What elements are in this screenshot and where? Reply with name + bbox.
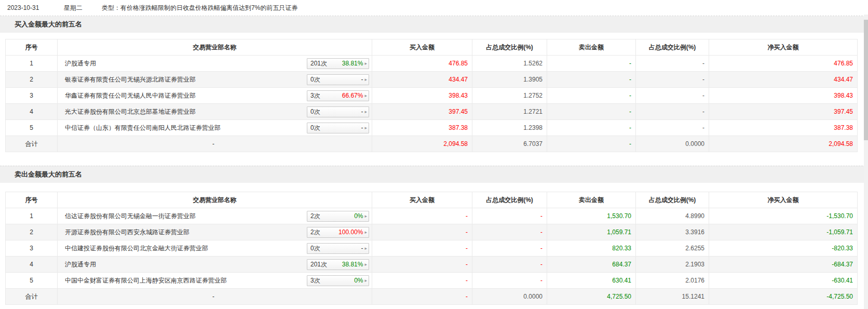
- trade-date: 2023-10-31: [7, 4, 39, 11]
- buy-ratio-cell: 1.3905: [472, 72, 547, 88]
- sell-table: 序号 交易营业部名称 买入金额 占总成交比例(%) 卖出金额 占总成交比例(%)…: [5, 192, 858, 305]
- buy-ratio-cell: -: [472, 273, 547, 289]
- caret-right-icon: ▸: [364, 260, 367, 270]
- buy-ratio-cell: 1.5262: [472, 56, 547, 72]
- success-rate: 38.81%: [327, 260, 363, 270]
- col-seq: 序号: [6, 192, 58, 208]
- appearance-count: 201次: [310, 260, 327, 270]
- vertical-scrollbar[interactable]: [864, 15, 868, 309]
- buy-amount-cell: 397.45: [372, 104, 472, 120]
- date-type-bar: 2023-10-31 星期二 类型：有价格涨跌幅限制的日收盘价格跌幅偏离值达到7…: [0, 0, 868, 16]
- row-seq: 1: [6, 208, 58, 224]
- lhb-history-badge[interactable]: 2次100.00%▸: [307, 227, 369, 238]
- lhb-history-badge[interactable]: 201次38.81%▸: [307, 259, 369, 270]
- buy-ratio-cell: 0.0000: [472, 289, 547, 305]
- lhb-history-badge[interactable]: 3次66.67%▸: [307, 90, 369, 101]
- col-seq: 序号: [6, 39, 58, 56]
- lhb-history-badge[interactable]: 3次0%▸: [307, 275, 369, 286]
- caret-right-icon: ▸: [364, 59, 367, 69]
- buy-table-header-row: 序号 交易营业部名称 买入金额 占总成交比例(%) 卖出金额 占总成交比例(%)…: [6, 39, 858, 56]
- col-sell-ratio: 占总成交比例(%): [636, 39, 709, 56]
- net-amount-cell: -630.41: [709, 273, 858, 289]
- sell-amount-cell: -: [547, 56, 636, 72]
- branch-name-cell: 沪股通专用201次38.81%▸: [58, 56, 372, 72]
- col-net-amount: 净买入金额: [709, 39, 858, 56]
- caret-right-icon: ▸: [364, 123, 367, 133]
- appearance-count: 2次: [310, 227, 320, 237]
- branch-name-cell: 华鑫证券有限责任公司无锡人民中路证券营业部3次66.67%▸: [58, 88, 372, 104]
- net-amount-cell: 398.43: [709, 88, 858, 104]
- row-seq: 4: [6, 104, 58, 120]
- sell-amount-cell: 684.37: [547, 257, 636, 273]
- table-row: 4沪股通专用201次38.81%▸--684.372.1903-684.37: [6, 257, 858, 273]
- buy-ratio-cell: -: [472, 257, 547, 273]
- branch-name-cell: 中国中金财富证券有限公司上海静安区南京西路证券营业部3次0%▸: [58, 273, 372, 289]
- buy-table-wrap: 序号 交易营业部名称 买入金额 占总成交比例(%) 卖出金额 占总成交比例(%)…: [5, 39, 863, 152]
- success-rate: 0%: [320, 211, 363, 221]
- sell-amount-cell: 4,725.50: [547, 289, 636, 305]
- table-row: 5中国中金财富证券有限公司上海静安区南京西路证券营业部3次0%▸--630.41…: [6, 273, 858, 289]
- sell-ratio-cell: 3.3916: [636, 224, 709, 240]
- col-branch-name: 交易营业部名称: [58, 39, 372, 56]
- buy-amount-cell: 398.43: [372, 88, 472, 104]
- col-buy-ratio: 占总成交比例(%): [472, 39, 547, 56]
- buy-amount-cell: 387.38: [372, 120, 472, 136]
- appearance-count: 0次: [310, 123, 320, 133]
- sell-amount-cell: 630.41: [547, 273, 636, 289]
- row-seq: 2: [6, 72, 58, 88]
- table-row: 1沪股通专用201次38.81%▸476.851.5262--476.85: [6, 56, 858, 72]
- branch-name-cell: 光大证券股份有限公司北京总部基地证券营业部0次-▸: [58, 104, 372, 120]
- scrollbar-thumb[interactable]: [864, 20, 868, 140]
- sell-ratio-cell: 2.6255: [636, 240, 709, 257]
- success-rate: 66.67%: [320, 91, 363, 101]
- buy-ratio-cell: 1.2721: [472, 104, 547, 120]
- branch-name: 信达证券股份有限公司无锡金融一街证券营业部: [65, 212, 196, 221]
- table-row: 3华鑫证券有限责任公司无锡人民中路证券营业部3次66.67%▸398.431.2…: [6, 88, 858, 104]
- weekday: 星期二: [64, 4, 83, 11]
- sell-ratio-cell: -: [636, 104, 709, 120]
- appearance-count: 3次: [310, 91, 320, 101]
- branch-name: -: [212, 293, 214, 300]
- net-amount-cell: -820.33: [709, 240, 858, 257]
- col-branch-name: 交易营业部名称: [58, 192, 372, 208]
- appearance-count: 0次: [310, 107, 320, 117]
- buy-amount-cell: -: [372, 257, 472, 273]
- branch-name-cell: 中信建投证券股份有限公司北京金融大街证券营业部0次-▸: [58, 240, 372, 257]
- net-amount-cell: 2,094.58: [709, 136, 858, 152]
- sell-amount-cell: 1,059.71: [547, 224, 636, 240]
- sell-amount-cell: -: [547, 88, 636, 104]
- branch-name: 中信证券（山东）有限责任公司南阳人民北路证券营业部: [65, 124, 221, 132]
- sell-ratio-cell: -: [636, 120, 709, 136]
- branch-name-cell: -: [58, 136, 372, 152]
- total-label: 合计: [6, 136, 58, 152]
- lhb-history-badge[interactable]: 0次-▸: [307, 243, 369, 254]
- success-rate: 38.81%: [327, 59, 363, 69]
- lhb-history-badge[interactable]: 0次-▸: [307, 74, 369, 85]
- net-amount-cell: -1,530.70: [709, 208, 858, 224]
- branch-name: 中信建投证券股份有限公司北京金融大街证券营业部: [65, 244, 208, 253]
- row-seq: 3: [6, 88, 58, 104]
- branch-name: 光大证券股份有限公司北京总部基地证券营业部: [65, 108, 196, 116]
- caret-right-icon: ▸: [364, 211, 367, 221]
- buy-ratio-cell: 6.7037: [472, 136, 547, 152]
- success-rate: 100.00%: [320, 227, 363, 237]
- buy-amount-cell: -: [372, 240, 472, 257]
- sell-section-title: 卖出金额最大的前五名: [15, 170, 82, 178]
- list-type-text: 有价格涨跌幅限制的日收盘价格跌幅偏离值达到7%的前五只证券: [120, 4, 297, 11]
- branch-name: 沪股通专用: [65, 59, 96, 68]
- lhb-history-badge[interactable]: 2次0%▸: [307, 211, 369, 222]
- caret-right-icon: ▸: [364, 107, 367, 117]
- lhb-history-badge[interactable]: 0次-▸: [307, 123, 369, 133]
- row-seq: 3: [6, 240, 58, 257]
- sell-amount-cell: 820.33: [547, 240, 636, 257]
- sell-amount-cell: 1,530.70: [547, 208, 636, 224]
- caret-right-icon: ▸: [364, 91, 367, 101]
- sell-table-body: 1信达证券股份有限公司无锡金融一街证券营业部2次0%▸--1,530.704.8…: [6, 208, 858, 305]
- buy-amount-cell: 2,094.58: [372, 136, 472, 152]
- lhb-history-badge[interactable]: 201次38.81%▸: [307, 58, 369, 69]
- lhb-history-badge[interactable]: 0次-▸: [307, 106, 369, 117]
- col-buy-ratio: 占总成交比例(%): [472, 192, 547, 208]
- sell-ratio-cell: -: [636, 72, 709, 88]
- buy-ratio-cell: -: [472, 224, 547, 240]
- branch-name-cell: 中信证券（山东）有限责任公司南阳人民北路证券营业部0次-▸: [58, 120, 372, 136]
